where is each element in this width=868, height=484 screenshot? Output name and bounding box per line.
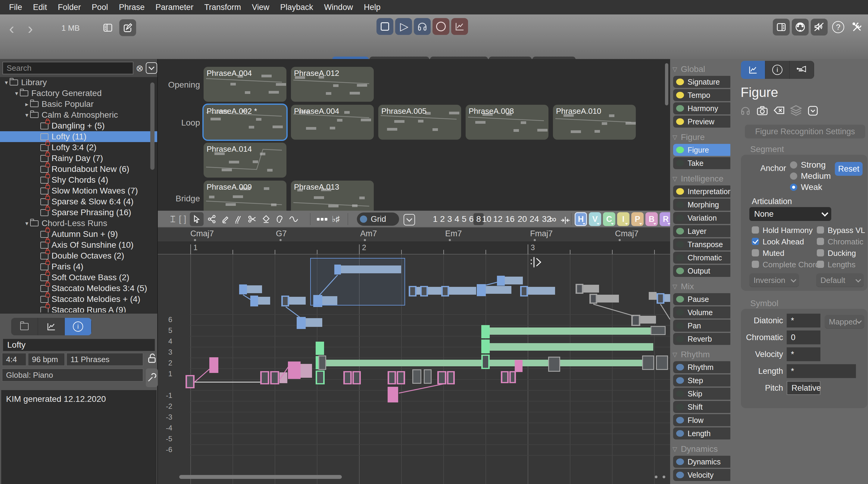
note-pink-head[interactable] — [343, 371, 352, 384]
tree-item-double-octaves-2[interactable]: Double Octaves (2) — [0, 251, 157, 261]
phrase-thumbnail-phrasea-004[interactable]: PhraseA.004 — [291, 105, 374, 140]
param-letter-button-h[interactable]: H — [575, 212, 587, 226]
note-blue-head[interactable] — [409, 286, 416, 296]
phrase-thumbnail-phrasea-008[interactable]: PhraseA.008 — [466, 105, 549, 140]
param-row-figure[interactable]: Figure — [673, 144, 731, 156]
dots-tool[interactable] — [315, 212, 329, 226]
checkbox-muted[interactable] — [752, 249, 759, 256]
note-blue-head[interactable] — [281, 296, 289, 306]
tab-info[interactable]: i — [65, 318, 92, 335]
midi-button[interactable] — [792, 19, 809, 35]
tree-scrollbar[interactable] — [150, 83, 155, 170]
menu-item-edit[interactable]: Edit — [28, 0, 53, 14]
menu-item-parameter[interactable]: Parameter — [150, 0, 199, 14]
note-gray-block[interactable] — [548, 357, 560, 372]
checkbox-bypass-vl[interactable] — [817, 226, 824, 233]
note-gray-block[interactable] — [651, 326, 665, 335]
expanded-arrow-icon[interactable]: ▾ — [3, 79, 10, 86]
param-letter-button-c[interactable]: C — [603, 212, 615, 226]
tree-folder-factory-generated[interactable]: ▾Factory Generated — [0, 88, 157, 99]
chord-label-cmaj7[interactable]: Cmaj7 — [615, 229, 639, 238]
chord-label-am7[interactable]: Am7 — [360, 229, 377, 238]
symbol-input-velocity[interactable]: * — [787, 347, 820, 361]
note-pink-head[interactable] — [515, 360, 523, 372]
param-section-dynamics[interactable]: ▽Dynamics — [673, 443, 718, 456]
note-blue-head[interactable] — [441, 286, 449, 296]
back-button[interactable]: ‹ — [9, 18, 14, 39]
tree-item-dangling-5[interactable]: Dangling + (5) — [0, 120, 157, 131]
param-row-signature[interactable]: Signature — [673, 76, 731, 88]
note-blue-tail[interactable] — [258, 297, 270, 304]
phrase-thumbnail-phrasea-010[interactable]: PhraseA.010 — [553, 105, 636, 140]
arrangement-notes[interactable]: KIM generated 12.12.2020 — [1, 390, 157, 484]
menu-item-window[interactable]: Window — [319, 0, 359, 14]
note-blue-head[interactable] — [477, 284, 486, 296]
note-blue-tail[interactable] — [247, 285, 262, 293]
note-blue-tail[interactable] — [306, 318, 322, 327]
tree-folder-calm-atmospheric[interactable]: ▾Calm & Atmospheric — [0, 109, 157, 120]
articulation-dropdown[interactable]: None — [749, 207, 831, 221]
symbol-input-chromatic[interactable]: 0 — [787, 330, 820, 344]
tree-folder-library[interactable]: ▾Library — [0, 77, 157, 88]
camera-icon[interactable] — [756, 105, 768, 117]
anchor-radio-strong[interactable] — [790, 161, 797, 168]
note-pink-head[interactable] — [437, 371, 446, 384]
headphones-icon[interactable] — [739, 105, 751, 117]
param-row-volume[interactable]: Volume — [673, 306, 731, 318]
param-row-pan[interactable]: Pan — [673, 320, 731, 332]
panel-right-toggle-button[interactable] — [773, 19, 790, 35]
forward-button[interactable]: › — [28, 18, 33, 39]
accidentals-tool[interactable]: ♭♯ — [329, 212, 343, 226]
tab-chart[interactable] — [38, 318, 65, 335]
param-row-preview[interactable]: Preview — [673, 116, 731, 128]
symbol-input-diatonic[interactable]: * — [787, 314, 820, 327]
listen-tool[interactable] — [273, 212, 287, 226]
note-gray-block[interactable] — [424, 369, 432, 384]
note-pink-head[interactable] — [388, 371, 396, 384]
param-row-morphing[interactable]: Morphing — [673, 199, 731, 211]
menu-item-transform[interactable]: Transform — [199, 0, 246, 14]
anchor-radio-weak[interactable] — [790, 184, 797, 191]
note-gray-tail[interactable] — [649, 292, 657, 300]
pointer-tool[interactable] — [190, 212, 204, 226]
phrase-thumbnail-phrasea-014[interactable]: PhraseA.014 — [204, 143, 286, 178]
tree-item-shy-chords-4[interactable]: Shy Chords (4) — [0, 174, 157, 185]
note-pink-head[interactable] — [270, 371, 279, 384]
tree-item-lofty-3-4-2[interactable]: Lofty 3:4 (2) — [0, 142, 157, 153]
param-letter-button-r[interactable]: R — [659, 212, 670, 226]
note-blue-head[interactable] — [239, 285, 247, 294]
lock-open-icon[interactable] — [146, 352, 158, 364]
note-green-bar[interactable] — [490, 327, 653, 335]
phrase-thumbnail-phrasea-012[interactable]: PhraseA.012 — [291, 67, 374, 102]
param-row-velocity[interactable]: Velocity — [673, 469, 731, 481]
default-dropdown[interactable]: Default — [816, 273, 864, 287]
inversion-dropdown[interactable]: Inversion F — [749, 273, 799, 287]
selection-rectangle[interactable] — [310, 258, 405, 305]
grid-number-24[interactable]: 24 — [529, 213, 539, 225]
note-pink-head[interactable] — [509, 371, 516, 383]
tempo-field[interactable]: 96 bpm — [28, 353, 65, 366]
note-pink-head[interactable] — [397, 371, 405, 384]
param-row-skip[interactable]: Skip — [673, 388, 731, 400]
param-letter-button-b[interactable]: B — [645, 212, 658, 226]
note-pink-head[interactable] — [186, 375, 194, 388]
reset-button[interactable]: Reset — [835, 162, 863, 176]
tree-item-slow-motion-waves-7[interactable]: Slow Motion Waves (7) — [0, 185, 157, 196]
checkbox-complete-chord[interactable] — [752, 261, 759, 268]
tree-item-paris-4[interactable]: Paris (4) — [0, 261, 157, 272]
tree-item-roundabout-new-6[interactable]: Roundabout New (6) — [0, 164, 157, 174]
grid-number-20[interactable]: 20 — [517, 213, 527, 225]
param-letter-button-i[interactable]: I — [617, 212, 629, 226]
chord-label-cmaj7[interactable]: Cmaj7 — [190, 229, 214, 238]
curve-tool[interactable] — [287, 212, 301, 226]
tools-button[interactable] — [849, 19, 866, 35]
tree-item-soft-octave-bass-2[interactable]: Soft Octave Bass (2) — [0, 272, 157, 283]
param-row-dynamics[interactable]: Dynamics — [673, 456, 731, 468]
note-green-head[interactable] — [481, 340, 490, 353]
grid-number-16[interactable]: 16 — [505, 213, 515, 225]
grid-options-button[interactable] — [404, 214, 415, 225]
grid-dropdown[interactable]: Grid — [357, 213, 399, 226]
param-section-rhythm[interactable]: ▽Rhythm — [673, 348, 710, 361]
inspector-tab-chart[interactable] — [741, 61, 765, 79]
note-blue-head[interactable] — [420, 286, 428, 296]
